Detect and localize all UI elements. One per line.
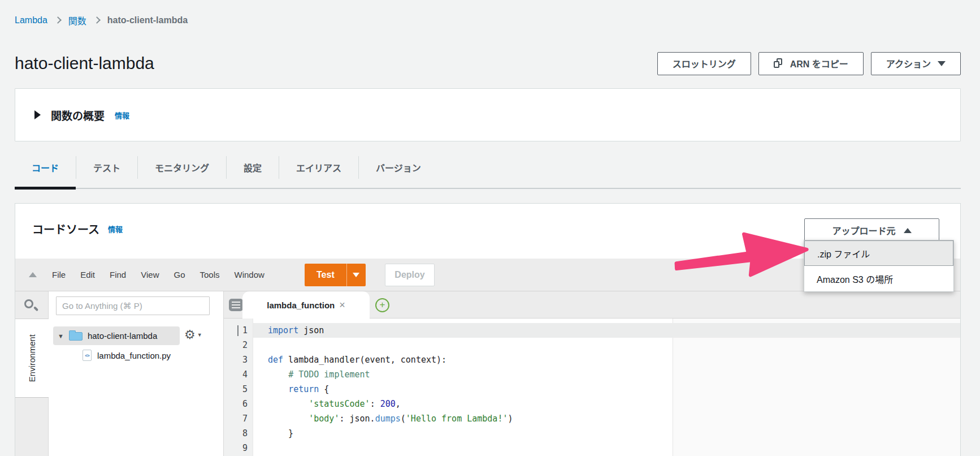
code-editor: lambda_function × + 1import json23def la…: [224, 291, 960, 456]
page-header: hato-client-lambda スロットリング ARN をコピー アクショ…: [15, 51, 961, 76]
breadcrumb-separator-icon: [54, 16, 62, 24]
code-text: [253, 338, 960, 352]
tree-folder-row[interactable]: ▼ hato-client-lambda: [53, 326, 180, 345]
throttling-button[interactable]: スロットリング: [657, 52, 751, 75]
expand-triangle-icon[interactable]: [34, 110, 41, 119]
function-tab-5[interactable]: バージョン: [359, 150, 438, 188]
ide-menu-window[interactable]: Window: [227, 270, 272, 279]
ide-menu-edit[interactable]: Edit: [73, 270, 102, 279]
code-line-1[interactable]: 1import json: [224, 323, 960, 338]
breadcrumb-separator-icon: [93, 16, 101, 24]
code-text: return {: [253, 382, 960, 397]
code-source-info-link[interactable]: 情報: [108, 223, 123, 234]
line-number: 3: [224, 352, 253, 367]
actions-dropdown-button[interactable]: アクション: [871, 52, 961, 75]
line-number: 9: [224, 441, 253, 455]
function-tab-4[interactable]: エイリアス: [279, 150, 358, 188]
file-name: lambda_function.py: [97, 351, 171, 360]
deploy-button[interactable]: Deploy: [385, 264, 435, 286]
code-text: # TODO implement: [253, 367, 960, 382]
environment-label: Environment: [27, 334, 37, 382]
page-title: hato-client-lambda: [15, 54, 154, 73]
environment-tab[interactable]: Environment: [15, 319, 49, 398]
code-line-5[interactable]: 5 return {: [224, 382, 960, 397]
close-tab-icon[interactable]: ×: [339, 299, 345, 311]
search-icon[interactable]: [24, 299, 33, 308]
ide-menu-go[interactable]: Go: [166, 270, 192, 279]
function-tab-3[interactable]: 設定: [227, 150, 279, 188]
go-to-anything-input[interactable]: [56, 296, 210, 315]
code-source-header: コードソース 情報: [32, 221, 123, 237]
function-tab-1[interactable]: テスト: [76, 150, 137, 188]
copy-arn-button[interactable]: ARN をコピー: [758, 52, 864, 75]
python-file-icon: [83, 350, 92, 361]
chevron-down-icon: [938, 61, 946, 66]
line-number: 8: [224, 426, 253, 441]
ide-menu-view[interactable]: View: [133, 270, 166, 279]
line-number: 2: [224, 338, 253, 352]
tree-file-row[interactable]: lambda_function.py: [83, 350, 171, 361]
editor-tab-label: lambda_function: [267, 300, 335, 310]
function-overview-panel: 関数の概要 情報: [15, 88, 961, 141]
text-cursor: [237, 325, 239, 336]
function-tab-0[interactable]: コード: [15, 150, 76, 188]
line-number: 5: [224, 382, 253, 397]
test-dropdown-button[interactable]: [346, 264, 366, 286]
upload-menu-item-0[interactable]: .zip ファイル: [804, 240, 953, 266]
file-tree-panel: ▼ hato-client-lambda ⚙ ▼ lambda_function…: [49, 291, 224, 456]
folder-name: hato-client-lambda: [88, 331, 157, 341]
chevron-down-icon: ▼: [197, 332, 202, 338]
upload-menu-item-1[interactable]: Amazon S3 の場所: [804, 266, 953, 291]
code-line-6[interactable]: 6 'statusCode': 200,: [224, 397, 960, 411]
code-text: }: [253, 426, 960, 441]
chevron-up-icon: [904, 228, 912, 233]
console-content: Lambda 関数 hato-client-lambda hato-client…: [15, 0, 961, 456]
overview-info-link[interactable]: 情報: [115, 110, 129, 121]
upload-from-label: アップロード元: [832, 223, 895, 237]
new-tab-button[interactable]: +: [375, 298, 389, 312]
code-text: [253, 441, 960, 455]
ide-menu-find[interactable]: Find: [102, 270, 133, 279]
editor-tab-lambda-function[interactable]: lambda_function ×: [242, 291, 370, 319]
folder-icon: [69, 332, 83, 341]
tree-settings-button[interactable]: ⚙ ▼: [184, 329, 202, 341]
throttling-label: スロットリング: [673, 57, 736, 70]
copy-icon: [774, 58, 783, 69]
upload-from-button[interactable]: アップロード元: [804, 218, 939, 242]
copy-arn-label: ARN をコピー: [790, 57, 848, 70]
breadcrumb: Lambda 関数 hato-client-lambda: [15, 0, 961, 27]
breadcrumb-lambda-link[interactable]: Lambda: [15, 15, 47, 25]
code-text: 'statusCode': 200,: [253, 397, 960, 411]
line-number: 1: [224, 323, 253, 338]
editor-tab-bar: lambda_function × +: [224, 291, 960, 319]
chevron-down-icon: [353, 273, 359, 277]
ide-workspace: Environment ▼ hato-client-lambda ⚙ ▼ lam…: [15, 291, 960, 456]
actions-label: アクション: [886, 57, 931, 70]
ide-menu-file[interactable]: File: [45, 270, 73, 279]
code-source-title: コードソース: [32, 221, 99, 237]
code-line-8[interactable]: 8 }: [224, 426, 960, 441]
collapse-panel-icon[interactable]: [29, 272, 37, 277]
code-lines: 1import json23def lambda_handler(event, …: [224, 323, 960, 455]
code-line-9[interactable]: 9: [224, 441, 960, 455]
code-line-7[interactable]: 7 'body': json.dumps('Hello from Lambda!…: [224, 411, 960, 426]
code-area[interactable]: 1import json23def lambda_handler(event, …: [224, 319, 960, 456]
test-button[interactable]: Test: [305, 264, 346, 286]
function-overview-title: 関数の概要: [51, 107, 105, 123]
code-line-3[interactable]: 3def lambda_handler(event, context):: [224, 352, 960, 367]
test-button-group: Test: [305, 264, 366, 286]
function-tab-2[interactable]: モニタリング: [138, 150, 226, 188]
code-text: 'body': json.dumps('Hello from Lambda!'): [253, 411, 960, 426]
breadcrumb-functions-link[interactable]: 関数: [68, 14, 86, 27]
code-line-4[interactable]: 4 # TODO implement: [224, 367, 960, 382]
header-actions: スロットリング ARN をコピー アクション: [657, 52, 961, 75]
tab-list-icon[interactable]: [229, 299, 243, 311]
line-number: 4: [224, 367, 253, 382]
ide-menu-items: FileEditFindViewGoToolsWindow: [45, 270, 272, 279]
ide-side-strip: Environment: [15, 291, 49, 456]
code-text: import json: [253, 323, 960, 338]
ide-menu-tools[interactable]: Tools: [192, 270, 227, 279]
annotation-arrow: [673, 225, 812, 286]
folder-disclosure-icon[interactable]: ▼: [58, 333, 64, 339]
code-line-2[interactable]: 2: [224, 338, 960, 352]
